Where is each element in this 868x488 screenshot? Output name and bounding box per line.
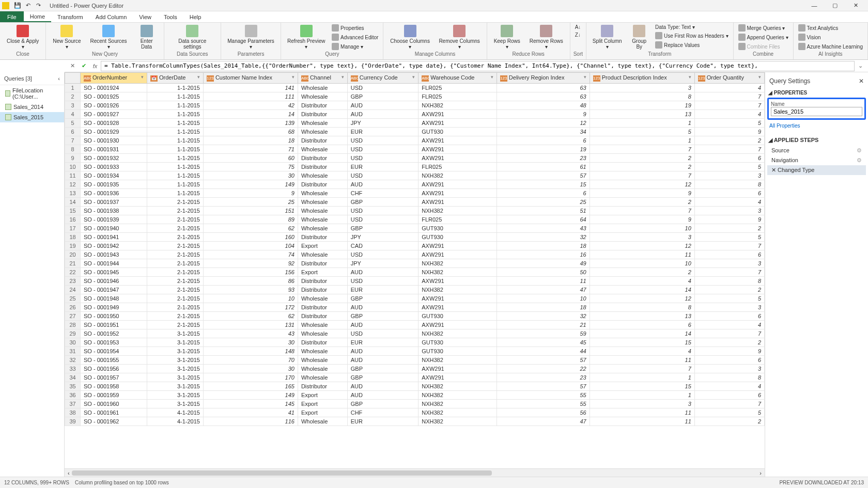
table-row[interactable]: 38SO - 00019614-1-201541ExportCHFNXH3825… [65,408,765,417]
table-row[interactable]: 26SO - 00019492-1-2015172DistributorAUDA… [65,303,765,312]
table-row[interactable]: 37SO - 00019603-1-2015145ExportGBPNXH382… [65,400,765,408]
table-row[interactable]: 2SO - 00019251-1-2015111WholesaleGBPFLR0… [65,92,765,101]
table-row[interactable]: 24SO - 00019472-1-201593DistributorEURNX… [65,286,765,294]
filter-icon[interactable]: ▾ [197,74,200,80]
table-row[interactable]: 25SO - 00019482-1-201510WholesaleGBPAXW2… [65,294,765,303]
table-row[interactable]: 39SO - 00019624-1-2015116WholesaleEURNXH… [65,417,765,426]
remove-rows-button[interactable]: Remove Rows ▾ [526,24,567,51]
formula-accept-icon[interactable]: ✔ [78,61,89,71]
table-row[interactable]: 8SO - 00019311-1-201571WholesaleUSDAXW29… [65,145,765,154]
table-row[interactable]: 29SO - 00019523-1-201543WholesaleUSDNXH3… [65,329,765,338]
gear-icon[interactable]: ⚙ [857,147,862,154]
applied-step[interactable]: Source⚙ [767,146,866,155]
table-row[interactable]: 6SO - 00019291-1-201568WholesaleEURGUT93… [65,128,765,136]
filter-icon[interactable]: ▾ [491,74,493,80]
menu-tab-add-column[interactable]: Add Column [89,11,133,22]
table-row[interactable]: 9SO - 00019321-1-201560DistributorUSDAXW… [65,154,765,163]
filter-icon[interactable]: ▾ [141,74,144,80]
column-header[interactable]: 📅OrderDate▾ [147,73,203,84]
enter-data-button[interactable]: Enter Data [132,24,160,51]
table-row[interactable]: 33SO - 00019563-1-201530WholesaleGBPAXW2… [65,365,765,373]
query-item[interactable]: Sales_2014 [0,102,64,112]
properties-button[interactable]: Properties [330,24,380,32]
table-row[interactable]: 4SO - 00019271-1-201514DistributorAUDAXW… [65,110,765,119]
column-header[interactable]: ABCWarehouse Code▾ [419,73,497,84]
query-item[interactable]: FileLocation (C:\User... [0,85,64,102]
close-button[interactable]: ✕ [845,0,866,11]
table-row[interactable]: 16SO - 00019392-1-201589WholesaleUSDFLR0… [65,215,765,224]
column-header[interactable]: ABCChannel▾ [298,73,347,84]
table-row[interactable]: 32SO - 00019553-1-201570WholesaleAUDNXH3… [65,356,765,365]
query-item[interactable]: Sales_2015 [0,112,64,122]
redo-button[interactable]: ↷ [34,1,43,10]
data-grid[interactable]: ABCOrderNumber▾📅OrderDate▾123Customer Na… [65,72,765,426]
recent-sources-button[interactable]: Recent Sources ▾ [87,24,131,51]
collapse-queries-icon[interactable]: ‹ [58,75,60,82]
refresh-preview-button[interactable]: Refresh Preview ▾ [284,24,328,51]
applied-step[interactable]: ✕ Changed Type [767,165,866,175]
column-header[interactable]: 123Delivery Region Index▾ [497,73,590,84]
sort-desc-button[interactable]: Z↓ [574,32,583,38]
remove-columns-button[interactable]: Remove Columns ▾ [436,24,484,51]
table-row[interactable]: 23SO - 00019462-1-201586DistributorUSDAX… [65,277,765,286]
query-name-input[interactable] [771,107,862,116]
menu-tab-view[interactable]: View [133,11,158,22]
column-header[interactable]: 123Product Description Index▾ [590,73,694,84]
table-row[interactable]: 17SO - 00019402-1-201562WholesaleGBPGUT9… [65,224,765,233]
menu-tab-transform[interactable]: Transform [51,11,89,22]
applied-step[interactable]: Navigation⚙ [767,155,866,165]
text-analytics-button[interactable]: Text Analytics [797,24,864,32]
merge-queries-button[interactable]: Merge Queries ▾ [737,24,790,32]
file-tab[interactable]: File [0,11,24,22]
formula-input[interactable] [101,61,855,71]
table-row[interactable]: 35SO - 00019583-1-2015165DistributorAUDN… [65,382,765,391]
gear-icon[interactable]: ⚙ [857,157,862,164]
formula-cancel-icon[interactable]: ✕ [67,61,78,71]
vision-button[interactable]: Vision [797,33,864,41]
split-column-button[interactable]: Split Column ▾ [590,24,625,51]
table-row[interactable]: 18SO - 00019412-1-2015160DistributorJPYG… [65,233,765,242]
combine-files-button[interactable]: Combine Files [737,42,790,51]
table-row[interactable]: 36SO - 00019593-1-2015149ExportAUDNXH382… [65,391,765,400]
table-row[interactable]: 1SO - 00019241-1-2015141WholesaleUSDFLR0… [65,84,765,92]
table-row[interactable]: 11SO - 00019341-1-201530WholesaleUSDNXH3… [65,171,765,180]
menu-tab-home[interactable]: Home [24,11,51,22]
column-header[interactable]: ABCOrderNumber▾ [81,73,147,84]
table-row[interactable]: 28SO - 00019512-1-2015131WholesaleAUDAXW… [65,321,765,329]
minimize-button[interactable]: — [804,0,825,11]
data-source-settings-button[interactable]: Data source settings [167,24,218,51]
column-header[interactable]: 123Customer Name Index▾ [203,73,298,84]
filter-icon[interactable]: ▾ [689,74,691,80]
horizontal-scrollbar[interactable]: ‹ › [65,468,765,477]
table-row[interactable]: 22SO - 00019452-1-2015156ExportAUDNXH382… [65,268,765,277]
table-row[interactable]: 14SO - 00019372-1-201525WholesaleGBPAXW2… [65,198,765,207]
manage-params-button[interactable]: Manage Parameters ▾ [224,24,278,51]
all-properties-link[interactable]: All Properties [767,122,866,130]
formula-expand-icon[interactable]: ⌄ [855,61,866,71]
choose-columns-button[interactable]: Choose Columns ▾ [386,24,433,51]
close-apply-button[interactable]: Close & Apply ▾ [3,24,42,51]
filter-icon[interactable]: ▾ [412,74,415,80]
close-settings-icon[interactable]: ✕ [859,77,864,85]
keep-rows-button[interactable]: Keep Rows ▾ [490,24,524,51]
table-row[interactable]: 7SO - 00019301-1-201518DistributorUSDAXW… [65,136,765,145]
group-by-button[interactable]: Group By [627,24,652,51]
menu-tab-help[interactable]: Help [183,11,208,22]
filter-icon[interactable]: ▾ [758,74,761,80]
column-header[interactable]: ABCCurrency Code▾ [347,73,418,84]
manage-button[interactable]: Manage ▾ [330,42,380,51]
sort-asc-button[interactable]: A↓ [574,24,583,30]
table-row[interactable]: 34SO - 00019573-1-2015170WholesaleGBPAXW… [65,373,765,382]
menu-tab-tools[interactable]: Tools [158,11,183,22]
save-button[interactable]: 💾 [13,1,22,10]
table-row[interactable]: 15SO - 00019382-1-2015151WholesaleUSDNXH… [65,207,765,215]
table-row[interactable]: 21SO - 00019442-1-201592DistributorJPYNX… [65,259,765,268]
filter-icon[interactable]: ▾ [342,74,344,80]
maximize-button[interactable]: ▢ [825,0,845,11]
table-row[interactable]: 13SO - 00019361-1-20159WholesaleCHFAXW29… [65,189,765,198]
first-row-headers-button[interactable]: Use First Row as Headers ▾ [654,32,730,40]
table-row[interactable]: 27SO - 00019502-1-201562DistributorGBPGU… [65,312,765,321]
table-row[interactable]: 31SO - 00019543-1-2015148WholesaleAUDGUT… [65,347,765,356]
data-type-button[interactable]: Data Type: Text ▾ [654,24,730,30]
advanced-editor-button[interactable]: Advanced Editor [330,33,380,41]
